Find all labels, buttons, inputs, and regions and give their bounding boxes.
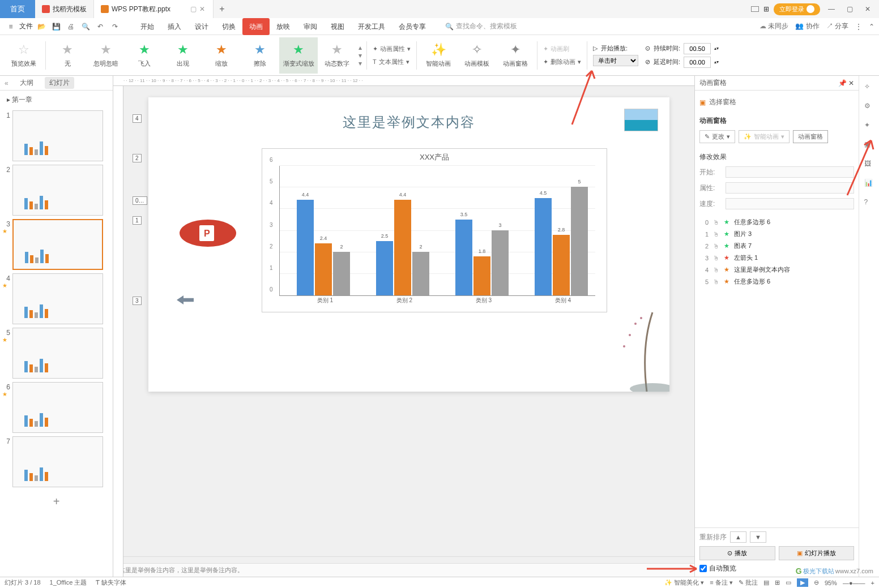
panel-collapse-icon[interactable]: « bbox=[5, 79, 8, 87]
tab-menu-icon[interactable]: ▢ bbox=[190, 5, 197, 13]
spinner-icon[interactable]: ▴▾ bbox=[714, 46, 719, 51]
effect-擦除[interactable]: ★擦除 bbox=[241, 37, 279, 74]
effects-more[interactable]: ▾ bbox=[359, 59, 362, 67]
slide-thumbnail[interactable] bbox=[12, 436, 103, 487]
undo-icon[interactable]: ↶ bbox=[94, 20, 106, 33]
effect-动态数字[interactable]: ★动态数字 bbox=[318, 37, 356, 74]
new-tab-button[interactable]: + bbox=[214, 4, 231, 14]
zoom-out-icon[interactable]: ⊖ bbox=[814, 579, 819, 586]
slide-thumbnail[interactable] bbox=[12, 110, 103, 161]
text-property-button[interactable]: T文本属性 ▾ bbox=[373, 56, 411, 67]
slide-thumbnail[interactable] bbox=[12, 219, 103, 270]
animation-list-item[interactable]: 2 🖱 ★ 图表 7 bbox=[699, 240, 854, 252]
tab-transition[interactable]: 切换 bbox=[215, 18, 242, 35]
zoom-in-icon[interactable]: + bbox=[871, 580, 874, 586]
animation-list-item[interactable]: 1 🖱 ★ 图片 3 bbox=[699, 228, 854, 240]
effects-scroll-down[interactable]: ▾ bbox=[359, 51, 362, 59]
effect-出现[interactable]: ★出现 bbox=[164, 37, 202, 74]
tab-design[interactable]: 设计 bbox=[188, 18, 215, 35]
tab-member[interactable]: 会员专享 bbox=[392, 18, 433, 35]
login-button[interactable]: 立即登录 bbox=[774, 3, 820, 15]
play-button[interactable]: ⊙播放 bbox=[699, 546, 775, 560]
sidebar-animation-icon[interactable]: ✦ bbox=[864, 121, 874, 131]
sorter-view-icon[interactable]: ⊞ bbox=[775, 579, 780, 586]
anim-tag[interactable]: 1 bbox=[133, 216, 142, 225]
effect-飞入[interactable]: ★飞入 bbox=[125, 37, 164, 74]
chapter-header[interactable]: ▸ 第一章 bbox=[2, 93, 110, 107]
change-button[interactable]: ✎更改 ▾ bbox=[699, 130, 735, 143]
save-icon[interactable]: 💾 bbox=[50, 20, 62, 33]
sidebar-image-icon[interactable]: 🖼 bbox=[864, 160, 874, 170]
sidebar-settings-icon[interactable]: ⚙ bbox=[864, 102, 874, 112]
horizontal-scrollbar[interactable] bbox=[113, 556, 694, 563]
slide-thumbnail[interactable] bbox=[12, 273, 103, 324]
missing-font-button[interactable]: Ƭ 缺失字体 bbox=[96, 578, 126, 587]
tab-view[interactable]: 视图 bbox=[324, 18, 351, 35]
spinner-icon[interactable]: ▴▾ bbox=[714, 59, 719, 65]
slide-title-text[interactable]: 这里是举例文本内容 bbox=[148, 113, 669, 131]
maximize-icon[interactable]: ▢ bbox=[843, 5, 856, 13]
file-menu[interactable]: 文件 bbox=[19, 22, 33, 31]
more-icon[interactable]: ⋮ bbox=[855, 23, 862, 31]
delay-input[interactable] bbox=[684, 57, 711, 68]
close-icon[interactable]: ✕ bbox=[199, 5, 206, 13]
slide-canvas[interactable]: 这里是举例文本内容 P XXX产品 01234564.42.42类别 12.54… bbox=[148, 97, 669, 392]
start-field-select[interactable] bbox=[726, 166, 854, 178]
animation-list-item[interactable]: 5 🖱 ★ 任意多边形 6 bbox=[699, 276, 854, 287]
notes-toggle[interactable]: ≡ 备注 ▾ bbox=[710, 578, 733, 587]
unsync-button[interactable]: ☁ 未同步 bbox=[759, 22, 788, 31]
beautify-button[interactable]: ✨ 智能美化 ▾ bbox=[664, 578, 704, 587]
redo-icon[interactable]: ↷ bbox=[109, 20, 121, 33]
add-slide-button[interactable]: + bbox=[2, 491, 110, 513]
slide-thumbnail[interactable] bbox=[12, 382, 103, 433]
preview-icon[interactable]: 🔍 bbox=[79, 20, 92, 33]
animation-list-item[interactable]: 0 🖱 ★ 任意多边形 6 bbox=[699, 216, 854, 228]
zoom-value[interactable]: 95% bbox=[825, 580, 837, 586]
tab-template[interactable]: 找稻壳模板 bbox=[35, 0, 94, 18]
anim-tag[interactable]: 3 bbox=[133, 297, 142, 305]
pin-icon[interactable]: 📌 bbox=[838, 79, 847, 87]
sidebar-help-icon[interactable]: ? bbox=[864, 198, 874, 208]
normal-view-icon[interactable]: ▤ bbox=[763, 579, 769, 586]
slideshow-view-icon[interactable]: ▶ bbox=[797, 578, 808, 587]
preview-effect-button[interactable]: ☆ 预览效果 bbox=[5, 37, 43, 74]
sidebar-design-icon[interactable]: ✧ bbox=[864, 83, 874, 93]
tab-animation[interactable]: 动画 bbox=[242, 18, 270, 35]
grid-icon[interactable] bbox=[751, 6, 759, 12]
effect-无[interactable]: ★无 bbox=[48, 37, 87, 74]
speed-field-select[interactable] bbox=[726, 198, 854, 209]
zoom-slider[interactable]: —●—— bbox=[843, 580, 865, 586]
anim-tag[interactable]: 2 bbox=[133, 154, 142, 162]
sidebar-template-icon[interactable]: 📊 bbox=[864, 179, 874, 189]
anim-pane-button[interactable]: 动画窗格 bbox=[793, 130, 828, 143]
start-select[interactable]: 单击时 bbox=[593, 55, 638, 66]
slide-thumbnail[interactable] bbox=[12, 165, 103, 216]
smart-animation-button[interactable]: ✨ 智能动画 bbox=[419, 37, 458, 74]
slide-image[interactable] bbox=[624, 109, 658, 131]
move-up-button[interactable]: ▲ bbox=[730, 531, 746, 543]
anim-property-button[interactable]: ✦动画属性 ▾ bbox=[373, 43, 411, 54]
animation-list-item[interactable]: 3 🖱 ★ 左箭头 1 bbox=[699, 252, 854, 264]
effect-忽明忽暗[interactable]: ★忽明忽暗 bbox=[87, 37, 125, 74]
delete-animation-button[interactable]: ✦删除动画 ▾ bbox=[543, 56, 581, 67]
slides-tab[interactable]: 幻灯片 bbox=[45, 77, 74, 89]
select-pane-link[interactable]: ▣ 选择窗格 bbox=[699, 95, 854, 109]
notes-area[interactable]: 这里是举例备注内容，这里是举例备注内容。 bbox=[113, 563, 694, 577]
menu-icon[interactable]: ≡ bbox=[5, 20, 17, 33]
coop-button[interactable]: 👥 协作 bbox=[795, 22, 819, 31]
comments-toggle[interactable]: ✎ 批注 bbox=[739, 578, 758, 587]
apps-icon[interactable]: ⊞ bbox=[763, 5, 769, 13]
reading-view-icon[interactable]: ▭ bbox=[786, 579, 791, 586]
left-arrow-shape[interactable] bbox=[177, 295, 194, 304]
slide-thumbnail[interactable] bbox=[12, 328, 103, 379]
tab-document[interactable]: WPS PPT教程.pptx ▢ ✕ bbox=[94, 0, 214, 18]
tab-review[interactable]: 审阅 bbox=[297, 18, 324, 35]
sidebar-layout-icon[interactable]: ▣ bbox=[864, 140, 874, 151]
animation-brush-button[interactable]: ✦动画刷 bbox=[543, 43, 581, 54]
chart-object[interactable]: XXX产品 01234564.42.42类别 12.54.42类别 23.51.… bbox=[262, 148, 607, 312]
effects-scroll-up[interactable]: ▴ bbox=[359, 44, 362, 51]
duration-input[interactable] bbox=[684, 43, 711, 54]
close-pane-icon[interactable]: ✕ bbox=[848, 79, 854, 87]
animation-list-item[interactable]: 4 🖱 ★ 这里是举例文本内容 bbox=[699, 264, 854, 276]
animation-pane-button[interactable]: ✦ 动画窗格 bbox=[496, 37, 535, 74]
